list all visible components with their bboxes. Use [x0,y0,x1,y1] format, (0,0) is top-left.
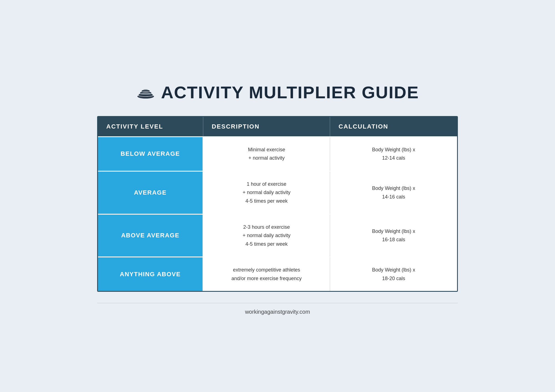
level-label: AVERAGE [134,189,167,196]
desc-cell-above-average: 2-3 hours of exercise+ normal daily acti… [203,215,330,257]
calc-text: Body Weight (lbs) x16-18 cals [372,227,415,244]
level-cell-average: AVERAGE [98,172,203,214]
col-header-level: ACTIVITY LEVEL [98,117,203,136]
page-title: ACTIVITY MULTIPLIER GUIDE [161,82,419,102]
logo-icon [136,82,155,102]
level-cell-anything-above: ANYTHING ABOVE [98,257,203,291]
desc-cell-anything-above: extremely competitive athletesand/or mor… [203,257,330,291]
calc-text: Body Weight (lbs) x14-16 cals [372,184,415,201]
calc-cell-anything-above: Body Weight (lbs) x18-20 cals [330,257,457,291]
level-label: ANYTHING ABOVE [120,271,181,278]
table-row: ABOVE AVERAGE 2-3 hours of exercise+ nor… [98,214,457,257]
footer-url: workingagainstgravity.com [245,309,310,315]
desc-cell-average: 1 hour of exercise+ normal daily activit… [203,172,330,214]
desc-text: 1 hour of exercise+ normal daily activit… [243,180,291,205]
level-cell-below-average: BELOW AVERAGE [98,137,203,171]
desc-text: extremely competitive athletesand/or mor… [231,266,302,283]
activity-table: ACTIVITY LEVEL DESCRIPTION CALCULATION B… [97,116,458,292]
desc-cell-below-average: Minimal exercise+ normal activity [203,137,330,171]
calc-text: Body Weight (lbs) x12-14 cals [372,145,415,162]
level-cell-above-average: ABOVE AVERAGE [98,215,203,257]
card: ACTIVITY MULTIPLIER GUIDE ACTIVITY LEVEL… [97,74,458,318]
table-header: ACTIVITY LEVEL DESCRIPTION CALCULATION [98,117,457,136]
col-header-calculation: CALCULATION [330,117,457,136]
page-header: ACTIVITY MULTIPLIER GUIDE [97,74,458,105]
table-row: AVERAGE 1 hour of exercise+ normal daily… [98,171,457,214]
page-footer: workingagainstgravity.com [97,303,458,318]
desc-text: Minimal exercise+ normal activity [248,145,285,162]
level-label: ABOVE AVERAGE [121,232,179,239]
calc-cell-average: Body Weight (lbs) x14-16 cals [330,172,457,214]
desc-text: 2-3 hours of exercise+ normal daily acti… [243,223,291,248]
calc-cell-above-average: Body Weight (lbs) x16-18 cals [330,215,457,257]
table-row: BELOW AVERAGE Minimal exercise+ normal a… [98,136,457,171]
table-row: ANYTHING ABOVE extremely competitive ath… [98,257,457,291]
level-label: BELOW AVERAGE [121,150,180,157]
col-header-description: DESCRIPTION [203,117,330,136]
calc-cell-below-average: Body Weight (lbs) x12-14 cals [330,137,457,171]
calc-text: Body Weight (lbs) x18-20 cals [372,266,415,283]
